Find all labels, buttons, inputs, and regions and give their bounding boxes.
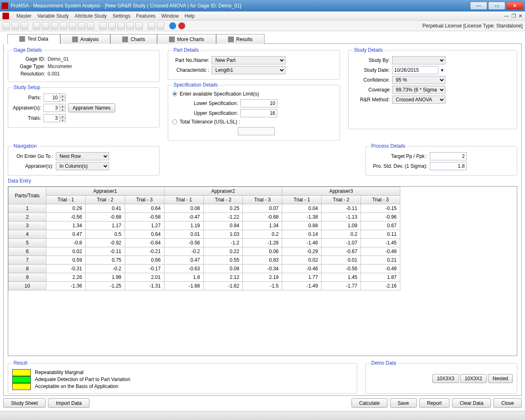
parts-spinner[interactable]: ▲▼ bbox=[43, 94, 66, 102]
data-cell[interactable]: 1.99 bbox=[85, 273, 125, 282]
nav-appr-select[interactable]: In Column(s) bbox=[56, 162, 109, 170]
data-cell[interactable]: 0.75 bbox=[85, 256, 125, 265]
data-cell[interactable]: -1.5 bbox=[243, 282, 282, 290]
menu-variable-study[interactable]: Variable Study bbox=[37, 13, 69, 19]
data-cell[interactable]: 0.08 bbox=[164, 204, 203, 213]
data-cell[interactable]: 0.5 bbox=[85, 230, 125, 239]
data-cell[interactable]: -0.17 bbox=[125, 265, 164, 273]
data-cell[interactable]: -0.56 bbox=[164, 239, 203, 247]
data-cell[interactable]: -0.63 bbox=[164, 265, 203, 273]
data-cell[interactable]: -0.56 bbox=[322, 265, 361, 273]
data-cell[interactable]: -0.34 bbox=[243, 265, 282, 273]
tab-analysis[interactable]: Analysis bbox=[60, 34, 111, 44]
data-cell[interactable]: -1.38 bbox=[282, 213, 322, 221]
data-cell[interactable]: 1.87 bbox=[361, 273, 400, 282]
data-cell[interactable]: -1.45 bbox=[361, 239, 400, 247]
data-cell[interactable]: -0.2 bbox=[85, 265, 125, 273]
data-cell[interactable]: 1.27 bbox=[125, 221, 164, 230]
data-cell[interactable]: 0.64 bbox=[125, 230, 164, 239]
data-cell[interactable]: -0.46 bbox=[282, 265, 322, 273]
menu-master[interactable]: Master bbox=[16, 13, 32, 19]
data-cell[interactable]: 0.29 bbox=[46, 204, 85, 213]
toolbar-btn-17[interactable] bbox=[157, 22, 164, 30]
data-cell[interactable]: -0.58 bbox=[125, 213, 164, 221]
calendar-icon[interactable]: ▾ bbox=[441, 67, 443, 73]
toolbar-btn-9[interactable] bbox=[78, 22, 85, 30]
menu-settings[interactable]: Settings bbox=[113, 13, 130, 19]
demo-10x3x2-button[interactable]: 10X3X2 bbox=[460, 374, 487, 383]
data-cell[interactable]: -0.11 bbox=[85, 247, 125, 256]
data-cell[interactable]: -2.16 bbox=[361, 282, 400, 290]
data-cell[interactable]: 0.14 bbox=[282, 230, 322, 239]
menu-attribute-study[interactable]: Attribute Study bbox=[75, 13, 107, 19]
demo-nested-button[interactable]: Nested bbox=[488, 374, 513, 383]
exit-icon[interactable] bbox=[178, 22, 185, 30]
data-cell[interactable]: -0.29 bbox=[282, 247, 322, 256]
data-cell[interactable]: -0.8 bbox=[46, 239, 85, 247]
data-cell[interactable]: -1.68 bbox=[164, 282, 203, 290]
tab-test-data[interactable]: Test Data bbox=[7, 34, 60, 44]
rr-select[interactable]: Crossed ANOVA bbox=[392, 96, 445, 104]
data-cell[interactable]: 1.8 bbox=[164, 273, 203, 282]
data-cell[interactable]: -0.68 bbox=[243, 213, 282, 221]
data-cell[interactable]: 1.03 bbox=[203, 230, 243, 239]
toolbar-btn-6[interactable] bbox=[51, 22, 58, 30]
data-cell[interactable]: 0.41 bbox=[85, 204, 125, 213]
close-panel-button[interactable]: Close bbox=[493, 398, 522, 408]
toolbar-btn-14[interactable] bbox=[126, 22, 134, 30]
tab-results[interactable]: Results bbox=[216, 34, 265, 44]
toolbar-btn-13[interactable] bbox=[117, 22, 125, 30]
demo-10x3x3-button[interactable]: 10X3X3 bbox=[432, 374, 459, 383]
data-cell[interactable]: 0.94 bbox=[203, 221, 243, 230]
toolbar-btn-11[interactable] bbox=[99, 22, 107, 30]
data-cell[interactable]: 0.21 bbox=[361, 256, 400, 265]
clear-data-button[interactable]: Clear Data bbox=[452, 398, 491, 408]
data-cell[interactable]: -0.11 bbox=[322, 204, 361, 213]
menu-features[interactable]: Features bbox=[136, 13, 155, 19]
trials-spinner[interactable]: ▲▼ bbox=[43, 114, 66, 122]
data-grid[interactable]: Parts/TrialsAppraiser1Appraiser2Appraise… bbox=[8, 186, 517, 356]
data-cell[interactable]: 0.04 bbox=[282, 204, 322, 213]
data-cell[interactable]: 0.11 bbox=[361, 230, 400, 239]
data-cell[interactable]: 2.19 bbox=[243, 273, 282, 282]
data-cell[interactable]: 1.17 bbox=[85, 221, 125, 230]
toolbar-btn-4[interactable] bbox=[33, 22, 40, 30]
report-button[interactable]: Report bbox=[419, 398, 450, 408]
data-cell[interactable]: -1.25 bbox=[85, 282, 125, 290]
data-cell[interactable]: -1.49 bbox=[282, 282, 322, 290]
data-cell[interactable]: 0.2 bbox=[243, 230, 282, 239]
enter-select[interactable]: Next Row bbox=[56, 152, 109, 160]
study-sheet-button[interactable]: Study Sheet bbox=[3, 398, 46, 408]
data-cell[interactable]: -0.84 bbox=[125, 239, 164, 247]
studyby-select[interactable] bbox=[392, 56, 445, 64]
toolbar-btn-10[interactable] bbox=[87, 22, 94, 30]
toolbar-btn-16[interactable] bbox=[148, 22, 155, 30]
partno-select[interactable]: New Part bbox=[212, 56, 285, 64]
appraisers-spinner[interactable]: ▲▼ bbox=[43, 104, 66, 112]
data-cell[interactable]: -0.15 bbox=[361, 204, 400, 213]
data-cell[interactable]: 0.25 bbox=[203, 204, 243, 213]
data-cell[interactable]: -1.22 bbox=[203, 213, 243, 221]
data-cell[interactable]: -1.77 bbox=[322, 282, 361, 290]
data-cell[interactable]: -0.56 bbox=[46, 213, 85, 221]
data-cell[interactable]: -0.2 bbox=[164, 247, 203, 256]
spin-down-icon[interactable]: ▼ bbox=[60, 98, 65, 102]
data-cell[interactable]: 0.08 bbox=[203, 265, 243, 273]
toolbar-btn-7[interactable] bbox=[60, 22, 67, 30]
menu-window[interactable]: Window bbox=[161, 13, 179, 19]
data-cell[interactable]: -1.07 bbox=[322, 239, 361, 247]
minimize-button[interactable]: — bbox=[470, 2, 487, 10]
data-cell[interactable]: 0.55 bbox=[203, 256, 243, 265]
data-cell[interactable]: 0.47 bbox=[164, 256, 203, 265]
data-cell[interactable]: -0.21 bbox=[125, 247, 164, 256]
data-cell[interactable]: 0.02 bbox=[282, 256, 322, 265]
calculate-button[interactable]: Calculate bbox=[352, 398, 388, 408]
data-cell[interactable]: 1.34 bbox=[46, 221, 85, 230]
menu-help[interactable]: Help bbox=[185, 13, 195, 19]
spec-radio-tolerance[interactable]: Total Tolerance (USL-LSL) : bbox=[172, 119, 336, 125]
data-cell[interactable]: 0.88 bbox=[282, 221, 322, 230]
data-cell[interactable]: 0.59 bbox=[46, 256, 85, 265]
data-cell[interactable]: -1.31 bbox=[125, 282, 164, 290]
data-cell[interactable]: 1.45 bbox=[322, 273, 361, 282]
usl-input[interactable] bbox=[240, 109, 277, 117]
